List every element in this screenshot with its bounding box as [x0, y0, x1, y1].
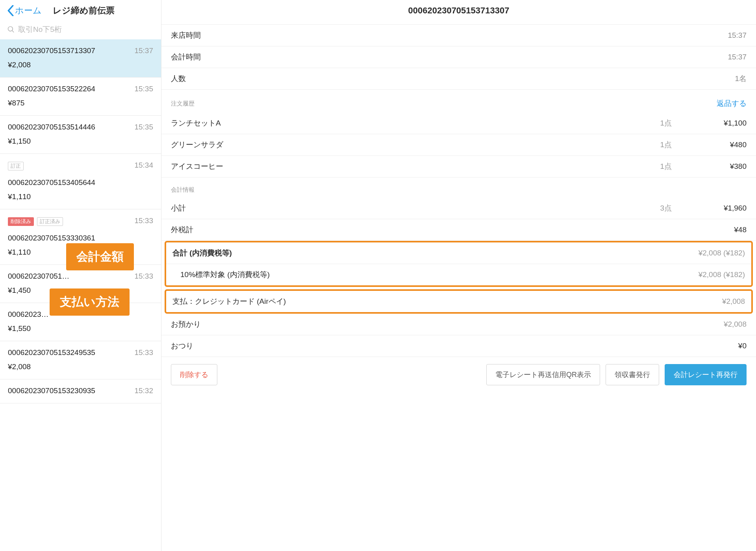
transaction-number: 00062023070515333​0361: [8, 234, 153, 242]
subtotal-qty: 3点: [636, 203, 672, 213]
transaction-item[interactable]: 000620230705​1…15:33¥1,450: [0, 265, 161, 303]
left-header: ホーム レジ締め前伝票: [0, 0, 161, 24]
reissue-button[interactable]: 会計レシート再発行: [665, 364, 747, 385]
search-row[interactable]: 取引No下5桁: [0, 24, 161, 39]
status-badge: 削除済み: [8, 217, 34, 226]
subtotal-amt: ¥1,960: [672, 204, 747, 213]
tax-ext-amt: ¥48: [672, 226, 747, 234]
order-qty: 1点: [636, 118, 672, 128]
transaction-amount: ¥1,150: [8, 137, 153, 146]
transaction-time: 15:37: [134, 46, 153, 55]
transaction-item[interactable]: 0006202​3…¥1,550: [0, 303, 161, 341]
deposit-amt: ¥2,008: [724, 320, 747, 329]
tax10-label: 10%標準対象 (内消費税等): [172, 270, 699, 280]
transaction-item[interactable]: 00062023070515371​330715:37¥2,008: [0, 39, 161, 78]
payment-amt: ¥2,008: [722, 297, 745, 306]
total-label: 合計 (内消費税等): [172, 248, 699, 258]
transaction-item[interactable]: 訂正15:3400062023070515340​5644¥1,110: [0, 154, 161, 209]
visit-time-label: 来店時間: [171, 30, 201, 41]
transaction-time: 15:35: [134, 123, 153, 131]
tax-ext-row: 外税計 ¥48: [161, 219, 756, 241]
transaction-time: 15:34: [134, 161, 153, 170]
transaction-number: 000620230705​1…: [8, 272, 69, 281]
return-link[interactable]: 返品する: [717, 98, 747, 109]
transaction-number: 00062023070515323​0935: [8, 386, 95, 395]
order-amount: ¥380: [672, 162, 747, 171]
detail-title: 000620230705153713307: [161, 0, 756, 25]
checkout-time-row: 会計時間 15:37: [161, 46, 756, 68]
back-button[interactable]: ホーム: [7, 5, 42, 17]
transaction-item[interactable]: 00062023070515352​226415:35¥875: [0, 78, 161, 116]
highlight-payment-box: 支払：クレジットカード (Airペイ) ¥2,008: [165, 289, 753, 314]
back-label: ホーム: [15, 5, 42, 17]
transaction-time: 15:32: [134, 386, 153, 395]
transaction-amount: ¥1,110: [8, 192, 153, 201]
transaction-number: 00062023070515324​9535: [8, 348, 95, 357]
guests-row: 人数 1名: [161, 68, 756, 90]
detail-body[interactable]: 来店時間 15:37 会計時間 15:37 人数 1名 注文履歴 返品する ラン…: [161, 25, 756, 551]
order-amount: ¥480: [672, 141, 747, 149]
transaction-number: 0006202​3…: [8, 310, 49, 319]
order-row: アイスコーヒー1点¥380: [161, 156, 756, 178]
transaction-number: 00062023070515351​4446: [8, 123, 95, 131]
visit-time-row: 来店時間 15:37: [161, 25, 756, 46]
total-amt: ¥2,008 (¥182): [699, 249, 745, 257]
calc-label: 会計情報: [171, 186, 195, 194]
transaction-list[interactable]: 00062023070515371​330715:37¥2,0080006202…: [0, 39, 161, 551]
transaction-amount: ¥2,008: [8, 61, 153, 69]
transaction-time: 15:33: [134, 216, 153, 225]
calc-header: 会計情報: [161, 178, 756, 198]
search-placeholder: 取引No下5桁: [18, 24, 62, 35]
order-name: ランチセットA: [171, 118, 636, 128]
order-name: グリーンサラダ: [171, 140, 636, 150]
order-row: ランチセットA1点¥1,100: [161, 113, 756, 134]
order-history-header: 注文履歴 返品する: [161, 90, 756, 113]
change-row: おつり ¥0: [161, 335, 756, 357]
transaction-time: 15:33: [134, 348, 153, 357]
transaction-time: 15:35: [134, 85, 153, 93]
search-icon: [7, 26, 15, 33]
checkout-time-value: 15:37: [728, 53, 747, 61]
deposit-row: お預かり ¥2,008: [161, 314, 756, 335]
visit-time-value: 15:37: [728, 31, 747, 40]
transaction-amount: ¥2,008: [8, 362, 153, 371]
qr-button[interactable]: 電子レシート再送信用QR表示: [486, 364, 600, 385]
transaction-item[interactable]: 削除済み訂正済み15:3300062023070515333​0361¥1,11…: [0, 209, 161, 265]
status-badge: 訂正: [8, 162, 24, 170]
payment-row: 支払：クレジットカード (Airペイ) ¥2,008: [166, 291, 751, 312]
change-amt: ¥0: [738, 342, 747, 350]
tax10-amt: ¥2,008 (¥182): [699, 270, 745, 279]
order-name: アイスコーヒー: [171, 161, 636, 172]
payment-label: 支払：クレジットカード (Airペイ): [172, 296, 722, 307]
receipt-button[interactable]: 領収書発行: [606, 364, 659, 385]
order-qty: 1点: [636, 161, 672, 172]
subtotal-label: 小計: [171, 203, 636, 213]
deposit-label: お預かり: [171, 319, 724, 329]
transaction-amount: ¥1,110: [8, 248, 153, 257]
left-panel: ホーム レジ締め前伝票 取引No下5桁 00062023070515371​33…: [0, 0, 161, 551]
chevron-left-icon: [7, 5, 14, 16]
order-history-label: 注文履歴: [171, 100, 195, 107]
transaction-number: 00062023070515371​3307: [8, 46, 95, 55]
transaction-item[interactable]: 00062023070515351​444615:35¥1,150: [0, 116, 161, 154]
left-title: レジ締め前伝票: [53, 5, 115, 17]
subtotal-row: 小計 3点 ¥1,960: [161, 198, 756, 219]
order-amount: ¥1,100: [672, 119, 747, 128]
delete-button[interactable]: 削除する: [171, 364, 217, 385]
highlight-total-box: 合計 (内消費税等) ¥2,008 (¥182) 10%標準対象 (内消費税等)…: [165, 241, 753, 287]
transaction-amount: ¥1,450: [8, 286, 153, 295]
transaction-item[interactable]: 00062023070515324​953515:33¥2,008: [0, 341, 161, 379]
guests-label: 人数: [171, 74, 186, 84]
order-row: グリーンサラダ1点¥480: [161, 134, 756, 156]
checkout-time-label: 会計時間: [171, 52, 201, 62]
transaction-number: 00062023070515340​5644: [8, 178, 153, 187]
order-qty: 1点: [636, 140, 672, 150]
orders-list: ランチセットA1点¥1,100グリーンサラダ1点¥480アイスコーヒー1点¥38…: [161, 113, 756, 178]
total-row: 合計 (内消費税等) ¥2,008 (¥182): [166, 242, 751, 264]
button-row: 削除する 電子レシート再送信用QR表示 領収書発行 会計レシート再発行: [161, 357, 756, 392]
right-panel: 000620230705153713307 来店時間 15:37 会計時間 15…: [161, 0, 756, 551]
transaction-amount: ¥875: [8, 99, 153, 107]
transaction-item[interactable]: 00062023070515323​093515:32: [0, 379, 161, 403]
tax-ext-label: 外税計: [171, 225, 636, 235]
guests-value: 1名: [735, 74, 747, 84]
